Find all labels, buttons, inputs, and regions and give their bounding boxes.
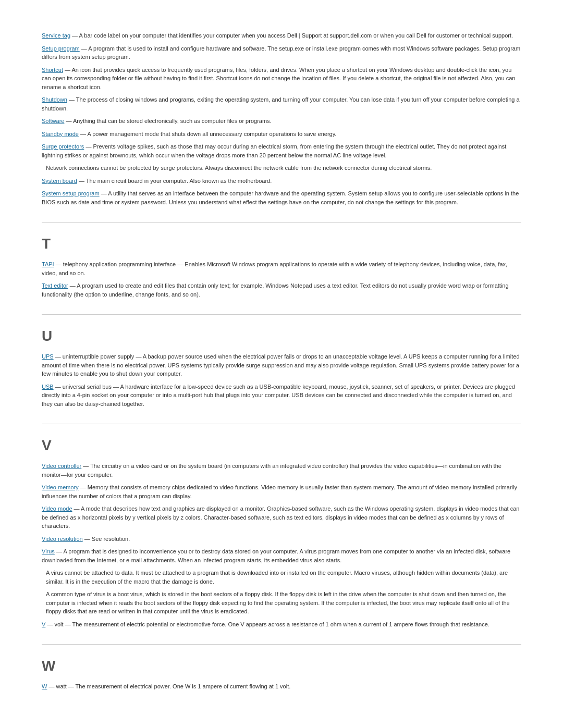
term-watt[interactable]: W <box>42 683 47 689</box>
entry-video-memory: Video memory — Memory that consists of m… <box>42 483 521 500</box>
entry-virus: Virus — A program that is designed to in… <box>42 547 521 564</box>
note-virus-2: A common type of virus is a boot virus, … <box>42 590 521 616</box>
term-system-setup-program[interactable]: System setup program <box>42 190 100 196</box>
def-shortcut: — An icon that provides quick access to … <box>42 67 515 90</box>
section-letter-w: W <box>42 655 521 677</box>
def-video-mode: — A mode that describes how text and gra… <box>42 505 519 529</box>
entry-video-resolution: Video resolution — See resolution. <box>42 535 521 544</box>
def-volt: — volt — The measurement of electric pot… <box>47 621 489 627</box>
def-setup-program: — A program that is used to install and … <box>42 45 520 60</box>
entry-watt: W — watt — The measurement of electrical… <box>42 682 521 691</box>
entry-setup-program: Setup program — A program that is used t… <box>42 44 521 61</box>
term-system-board[interactable]: System board <box>42 178 77 184</box>
term-video-resolution[interactable]: Video resolution <box>42 536 83 542</box>
def-watt: — watt — The measurement of electrical p… <box>48 683 290 689</box>
def-standby-mode: — A power management mode that shuts dow… <box>80 131 336 137</box>
term-service-tag[interactable]: Service tag <box>42 32 70 39</box>
entry-volt: V — volt — The measurement of electric p… <box>42 620 521 629</box>
entry-software: Software — Anything that can be stored e… <box>42 117 521 126</box>
section-u: U UPS — uninterruptible power supply — A… <box>42 325 521 408</box>
term-standby-mode[interactable]: Standby mode <box>42 131 79 137</box>
entry-system-setup-program: System setup program — A utility that se… <box>42 189 521 206</box>
def-surge-protectors: — Prevents voltage spikes, such as those… <box>42 143 506 158</box>
section-v: V Video controller — The circuitry on a … <box>42 435 521 628</box>
divider-u-v <box>42 424 521 424</box>
entry-text-editor: Text editor — A program used to create a… <box>42 281 521 299</box>
divider-v-w <box>42 644 521 645</box>
def-video-controller: — The circuitry on a video card or on th… <box>42 463 501 478</box>
def-usb: — universal serial bus — A hardware inte… <box>42 384 515 407</box>
term-video-controller[interactable]: Video controller <box>42 463 81 469</box>
entry-tapi: TAPI — telephony application programming… <box>42 260 521 277</box>
def-service-tag: — A bar code label on your computer that… <box>72 32 513 39</box>
term-setup-program[interactable]: Setup program <box>42 45 80 52</box>
entry-shutdown: Shutdown — The process of closing window… <box>42 95 521 113</box>
def-video-resolution: — See resolution. <box>84 536 130 542</box>
page-content: Service tag — A bar code label on your c… <box>42 31 521 691</box>
entry-standby-mode: Standby mode — A power management mode t… <box>42 130 521 139</box>
term-volt[interactable]: V <box>42 621 45 627</box>
entry-service-tag: Service tag — A bar code label on your c… <box>42 31 521 40</box>
def-ups: — uninterruptible power supply — A backu… <box>42 353 520 377</box>
section-letter-v: V <box>42 435 521 456</box>
entry-surge-protectors: Surge protectors — Prevents voltage spik… <box>42 142 521 159</box>
section-w: W W — watt — The measurement of electric… <box>42 655 521 691</box>
section-s: Service tag — A bar code label on your c… <box>42 31 521 206</box>
term-virus[interactable]: Virus <box>42 548 55 554</box>
def-system-setup-program: — A utility that serves as an interface … <box>42 190 519 205</box>
def-virus: — A program that is designed to inconven… <box>42 548 510 563</box>
divider-s-t <box>42 222 521 223</box>
term-usb[interactable]: USB <box>42 384 54 390</box>
term-shutdown[interactable]: Shutdown <box>42 96 67 103</box>
term-software[interactable]: Software <box>42 118 64 124</box>
term-video-memory[interactable]: Video memory <box>42 484 79 490</box>
def-shutdown: — The process of closing windows and pro… <box>42 96 520 112</box>
def-video-memory: — Memory that consists of memory chips d… <box>42 484 517 499</box>
def-tapi: — telephony application programming inte… <box>42 261 507 276</box>
section-letter-t: T <box>42 233 521 255</box>
term-video-mode[interactable]: Video mode <box>42 505 72 512</box>
def-text-editor: — A program used to create and edit file… <box>42 282 509 298</box>
note-virus-1: A virus cannot be attached to data. It m… <box>42 569 521 586</box>
entry-video-mode: Video mode — A mode that describes how t… <box>42 504 521 530</box>
term-surge-protectors[interactable]: Surge protectors <box>42 143 84 150</box>
def-software: — Anything that can be stored electronic… <box>66 118 271 124</box>
term-ups[interactable]: UPS <box>42 353 54 360</box>
entry-video-controller: Video controller — The circuitry on a vi… <box>42 462 521 479</box>
term-shortcut[interactable]: Shortcut <box>42 67 63 73</box>
divider-t-u <box>42 314 521 315</box>
entry-ups: UPS — uninterruptible power supply — A b… <box>42 352 521 378</box>
section-t: T TAPI — telephony application programmi… <box>42 233 521 299</box>
note-surge-protectors: Network connections cannot be protected … <box>42 164 521 172</box>
def-system-board: — The main circuit board in your compute… <box>79 178 272 184</box>
term-tapi[interactable]: TAPI <box>42 261 54 267</box>
entry-system-board: System board — The main circuit board in… <box>42 177 521 186</box>
entry-usb: USB — universal serial bus — A hardware … <box>42 382 521 409</box>
entry-shortcut: Shortcut — An icon that provides quick a… <box>42 66 521 92</box>
term-text-editor[interactable]: Text editor <box>42 282 68 289</box>
section-letter-u: U <box>42 325 521 347</box>
